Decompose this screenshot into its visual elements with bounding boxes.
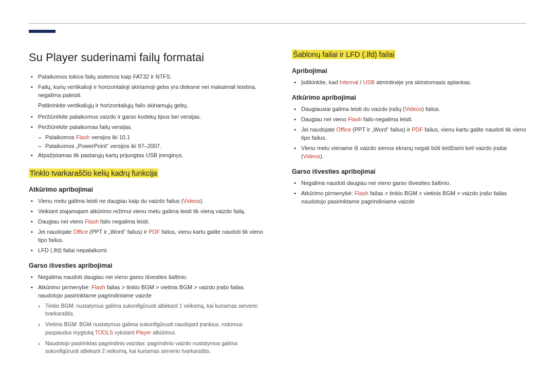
list-item: Peržiūrėkite palaikomus vaizdo ir garso …: [29, 113, 263, 121]
text: Daugiau nei vieno: [38, 218, 85, 225]
list-item: Atkūrimo pirmenybė: Flash failas > tinkl…: [29, 284, 263, 300]
text: (PPT ir „Word“ failus) ir: [351, 126, 412, 133]
text-red: Videos: [183, 198, 200, 204]
text: Jei naudojate: [301, 126, 337, 133]
list-item: Palaikomos tokios failų sistemos kaip FA…: [29, 73, 263, 81]
text: ) failus.: [422, 106, 440, 112]
content-columns: Su Player suderinami failų formatai Pala…: [29, 49, 526, 358]
text-red: PDF: [412, 126, 423, 133]
text-red: Flash: [85, 218, 99, 225]
list-item: Peržiūrėkite palaikomas failų versijas.: [29, 123, 263, 132]
text-red: Flash: [76, 134, 90, 140]
subheading: Apribojimai: [292, 66, 526, 76]
text: Atkūrimo pirmenybė:: [301, 190, 355, 196]
restrict-bullets: Įsitikinkite, kad Internal / USB atminti…: [292, 79, 526, 87]
text: ).: [200, 198, 204, 204]
text: versijos iki 10.1: [90, 134, 130, 140]
right-column: Šablonų failai ir LFD (.lfd) failai Apri…: [292, 49, 526, 358]
text-red: Flash: [355, 190, 368, 196]
intro-bullets-3: Atpažįstamas tik pastarųjų kartų prijung…: [29, 152, 263, 160]
list-item: Palaikomos Flash versijos iki 10.1: [38, 134, 263, 142]
text-red: Flash: [348, 116, 362, 122]
text: Atkūrimo pirmenybė:: [38, 284, 91, 290]
section-title: Šablonų failai ir LFD (.lfd) failai: [292, 50, 395, 59]
text-red: Internal: [340, 79, 359, 85]
subheading: Atkūrimo apribojimai: [292, 93, 526, 102]
list-item: Negalima naudoti daugiau nei vieno garso…: [292, 179, 526, 188]
list-item: Jei naudojate Office (PPT ir „Word“ fail…: [292, 126, 526, 142]
text: failo negalima leisti.: [362, 116, 413, 122]
list-item: Failų, kurių vertikalioji ir horizontali…: [29, 83, 263, 100]
text-red: Office: [73, 229, 88, 235]
intro-indent: Patikrinkite vertikaliųjų ir horizontali…: [29, 102, 263, 110]
text-red: USB: [363, 79, 375, 85]
text: atmintinėje yra skirstomasis aplankas.: [375, 79, 471, 85]
text: atkūrimui.: [151, 329, 176, 335]
list-item: Daugiau nei vieno Flash failo negalima l…: [292, 116, 526, 124]
audio-bullets: Negalima naudoti daugiau nei vieno garso…: [292, 179, 526, 206]
text: Daugiau nei vieno: [301, 116, 348, 122]
intro-bullets-2: Peržiūrėkite palaikomus vaizdo ir garso …: [29, 113, 263, 132]
text: ).: [320, 153, 324, 159]
text: failo negalima leisti.: [99, 218, 150, 225]
list-item: Atkūrimo pirmenybė: Flash failas > tinkl…: [292, 190, 526, 206]
list-item: Vietinis BGM: BGM nustatymus galima suko…: [38, 321, 263, 336]
list-item: Daugiausiai galima leisti du vaizdo įraš…: [292, 105, 526, 114]
list-item: Vienu metu viename iš vaizdo sienos ekra…: [292, 144, 526, 161]
list-item: Jei naudojate Office (PPT ir „Word“ fail…: [29, 228, 263, 245]
left-column: Su Player suderinami failų formatai Pala…: [29, 49, 263, 358]
intro-bullets: Palaikomos tokios failų sistemos kaip FA…: [29, 73, 263, 100]
play-bullets: Daugiausiai galima leisti du vaizdo įraš…: [292, 105, 526, 161]
subheading: Garso išvesties apribojimai: [29, 261, 263, 270]
list-item: Vienu metu galima leisti ne daugiau kaip…: [29, 197, 263, 206]
section-title: Tinklo tvarkaraščio kelių kadrų funkcija: [29, 169, 158, 178]
text: Vienu metu viename iš vaizdo sienos ekra…: [301, 145, 507, 159]
section-title-wrap: Šablonų failai ir LFD (.lfd) failai: [292, 49, 526, 60]
top-rule: [29, 23, 526, 24]
list-item: Atpažįstamas tik pastarųjų kartų prijung…: [29, 152, 263, 160]
list-item: Negalima naudoti daugiau nei vieno garso…: [29, 273, 263, 282]
text: (PPT ir „Word“ failus) ir: [88, 229, 149, 235]
text-red: Office: [337, 126, 351, 133]
play-bullets: Vienu metu galima leisti ne daugiau kaip…: [29, 197, 263, 255]
text: Palaikomos: [45, 134, 76, 140]
list-item: Palaikomos „PowerPoint“ versijos iki 97–…: [38, 142, 263, 151]
section-title-wrap: Tinklo tvarkaraščio kelių kadrų funkcija: [29, 168, 263, 179]
accent-bar: [29, 30, 55, 33]
text-red: PDF: [149, 229, 160, 235]
list-item: LFD (.lfd) failai nepalaikomi.: [29, 247, 263, 255]
list-item: Daugiau nei vieno Flash failo negalima l…: [29, 218, 263, 226]
audio-bullets: Negalima naudoti daugiau nei vieno garso…: [29, 273, 263, 300]
list-item: Tinklo BGM: nustatymus galima sukonfigūr…: [38, 302, 263, 318]
text-red: Player: [136, 329, 151, 335]
text: vykstant: [113, 329, 136, 335]
text: Vienu metu galima leisti ne daugiau kaip…: [38, 198, 183, 204]
text: Daugiausiai galima leisti du vaizdo įraš…: [301, 106, 405, 112]
list-item: Naudotojo pasirinktas pagrindinis vaizda…: [38, 340, 263, 355]
subheading: Garso išvesties apribojimai: [292, 167, 526, 176]
text-red: Videos: [303, 153, 320, 159]
text: Įsitikinkite, kad: [301, 79, 340, 85]
list-item: Veikiant stajamajam atkūrimo režimui vie…: [29, 208, 263, 216]
text-red: Videos: [405, 106, 422, 112]
text: Jei naudojate: [38, 229, 73, 235]
arrow-list: Tinklo BGM: nustatymus galima sukonfigūr…: [29, 302, 263, 355]
list-item: Įsitikinkite, kad Internal / USB atminti…: [292, 79, 526, 87]
text-red: TOOLS: [95, 329, 113, 335]
dash-list: Palaikomos Flash versijos iki 10.1 Palai…: [29, 134, 263, 151]
subheading: Atkūrimo apribojimai: [29, 185, 263, 194]
page-title: Su Player suderinami failų formatai: [29, 49, 263, 66]
text-red: Flash: [91, 284, 105, 290]
